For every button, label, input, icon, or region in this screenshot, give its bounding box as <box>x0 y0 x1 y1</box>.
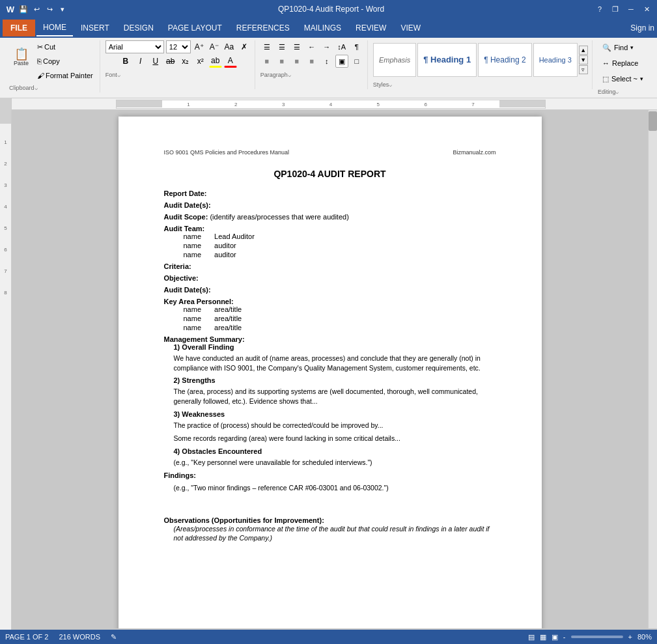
quick-access-dropdown-icon[interactable]: ▾ <box>57 4 68 14</box>
read-mode-icon[interactable]: ▦ <box>540 633 546 641</box>
editing-controls: 🔍 Find ▾ ↔ Replace ⬚ Select ~ ▾ <box>598 40 648 86</box>
file-menu-button[interactable]: FILE <box>3 20 35 36</box>
web-layout-icon[interactable]: ▣ <box>552 633 558 641</box>
header-right: Bizmanualz.com <box>453 149 496 156</box>
underline-button[interactable]: U <box>149 55 162 68</box>
styles-scroll-down[interactable]: ▼ <box>579 55 588 64</box>
align-right-button[interactable]: ≡ <box>290 55 303 68</box>
styles-scroll-up[interactable]: ▲ <box>579 46 588 55</box>
numbering-button[interactable]: ☰ <box>275 40 288 53</box>
font-expand-icon[interactable]: ⌵ <box>117 72 120 78</box>
cut-button[interactable]: ✂ Cut <box>35 40 96 53</box>
subscript-button[interactable]: x₂ <box>179 55 192 68</box>
find-icon: 🔍 <box>602 44 611 52</box>
style-emphasis[interactable]: Emphasis <box>373 43 416 77</box>
audit-scope-row: Audit Scope: (identify areas/processes t… <box>164 213 496 221</box>
show-hide-button[interactable]: ¶ <box>350 40 363 53</box>
document-area[interactable]: ISO 9001 QMS Policies and Procedures Man… <box>12 110 648 628</box>
clear-format-button[interactable]: ✗ <box>238 40 251 53</box>
save-icon[interactable]: 💾 <box>18 4 29 14</box>
justify-button[interactable]: ≡ <box>305 55 318 68</box>
editing-expand-icon[interactable]: ⌵ <box>615 89 619 95</box>
multilevel-list-button[interactable]: ☰ <box>290 40 303 53</box>
objective-label: Objective: <box>164 274 199 282</box>
edit-mode-icon: ✎ <box>111 633 117 641</box>
vertical-scrollbar[interactable] <box>648 110 657 628</box>
home-tab[interactable]: HOME <box>36 20 73 36</box>
paste-button[interactable]: 📋 Paste <box>9 40 33 74</box>
line-spacing-button[interactable]: ↕ <box>320 55 333 68</box>
print-layout-icon[interactable]: ▤ <box>528 633 535 641</box>
obstacles-body: (e.g., "Key personnel were unavailable f… <box>174 458 496 468</box>
style-heading2[interactable]: ¶ Heading 2 <box>478 43 532 77</box>
insert-tab[interactable]: INSERT <box>74 20 116 36</box>
zoom-in-icon[interactable]: + <box>628 633 632 641</box>
header-left: ISO 9001 QMS Policies and Procedures Man… <box>164 149 290 156</box>
select-label: Select ~ <box>611 75 637 83</box>
highlight-color-button[interactable]: ab <box>209 55 222 68</box>
editing-group: 🔍 Find ▾ ↔ Replace ⬚ Select ~ ▾ Editing … <box>594 40 652 96</box>
key-personnel-list: name area/title name area/title name are… <box>184 305 496 331</box>
page-layout-tab[interactable]: PAGE LAYOUT <box>161 20 229 36</box>
references-tab[interactable]: REFERENCES <box>230 20 296 36</box>
bullets-button[interactable]: ☰ <box>260 40 273 53</box>
view-tab[interactable]: VIEW <box>394 20 427 36</box>
format-painter-button[interactable]: 🖌 Format Painter <box>35 69 96 82</box>
increase-indent-button[interactable]: → <box>320 40 333 53</box>
page-header: ISO 9001 QMS Policies and Procedures Man… <box>164 149 496 156</box>
obstacles-heading: 4) Obstacles Encountered <box>174 447 496 455</box>
shrink-font-button[interactable]: A⁻ <box>208 40 221 53</box>
sort-button[interactable]: ↕A <box>335 40 348 53</box>
status-right: ▤ ▦ ▣ - + 80% <box>528 633 652 641</box>
replace-button[interactable]: ↔ Replace <box>598 56 648 70</box>
styles-group: Emphasis ¶ Heading 1 ¶ Heading 2 Heading… <box>369 40 593 89</box>
clipboard-group: 📋 Paste ✂ Cut ⎘ Copy 🖌 Format Painter <box>5 40 100 92</box>
align-left-button[interactable]: ≡ <box>260 55 273 68</box>
help-icon[interactable]: ? <box>594 4 605 14</box>
zoom-out-icon[interactable]: - <box>563 633 566 641</box>
sign-in-button[interactable]: Sign in <box>630 23 654 33</box>
ribbon: 📋 Paste ✂ Cut ⎘ Copy 🖌 Format Painter <box>0 38 657 98</box>
clipboard-expand-icon[interactable]: ⌵ <box>35 85 38 91</box>
redo-icon[interactable]: ↪ <box>44 4 55 14</box>
style-heading3[interactable]: Heading 3 <box>533 43 578 77</box>
italic-button[interactable]: I <box>134 55 147 68</box>
styles-expand-icon[interactable]: ⌵ <box>389 81 392 88</box>
decrease-indent-button[interactable]: ← <box>305 40 318 53</box>
zoom-slider[interactable] <box>571 636 623 638</box>
font-size-select[interactable]: 12 <box>166 40 191 53</box>
font-family-select[interactable]: Arial <box>105 40 164 53</box>
style-heading1[interactable]: ¶ Heading 1 <box>417 43 477 77</box>
team-member-3: name auditor <box>184 251 496 259</box>
key-area-label: Key Area Personnel: <box>164 298 496 305</box>
review-tab[interactable]: REVIEW <box>349 20 393 36</box>
bold-button[interactable]: B <box>119 55 132 68</box>
mailings-tab[interactable]: MAILINGS <box>298 20 348 36</box>
minimize-icon[interactable]: ─ <box>626 4 636 14</box>
borders-button[interactable]: □ <box>350 55 363 68</box>
criteria-row: Criteria: <box>164 262 496 270</box>
status-bar: PAGE 1 OF 2 216 WORDS ✎ ▤ ▦ ▣ - + 80% <box>0 630 657 644</box>
center-button[interactable]: ≡ <box>275 55 288 68</box>
cut-copy-format-buttons: ✂ Cut ⎘ Copy 🖌 Format Painter <box>35 40 96 82</box>
restore-down-icon[interactable]: ❐ <box>610 4 621 14</box>
select-button[interactable]: ⬚ Select ~ ▾ <box>598 72 648 86</box>
design-tab[interactable]: DESIGN <box>117 20 160 36</box>
close-icon[interactable]: ✕ <box>641 4 652 14</box>
member1-name: name <box>184 232 202 240</box>
undo-icon[interactable]: ↩ <box>31 4 42 14</box>
vertical-ruler: 12345678 <box>0 98 12 630</box>
shading-button[interactable]: ▣ <box>335 55 348 68</box>
strengths-heading: 2) Strengths <box>174 376 496 384</box>
strikethrough-button[interactable]: ab <box>164 55 177 68</box>
grow-font-button[interactable]: A⁺ <box>193 40 206 53</box>
strengths-body: The (area, process) and its supporting s… <box>174 387 496 406</box>
paragraph-expand-icon[interactable]: ⌵ <box>288 72 291 78</box>
copy-button[interactable]: ⎘ Copy <box>35 55 96 68</box>
styles-more[interactable]: ▿ <box>579 65 588 74</box>
superscript-button[interactable]: x² <box>194 55 207 68</box>
change-case-button[interactable]: Aa <box>223 40 236 53</box>
find-button[interactable]: 🔍 Find ▾ <box>598 40 648 55</box>
font-color-button[interactable]: A <box>224 55 237 68</box>
audit-team-label: Audit Team: <box>164 225 496 232</box>
